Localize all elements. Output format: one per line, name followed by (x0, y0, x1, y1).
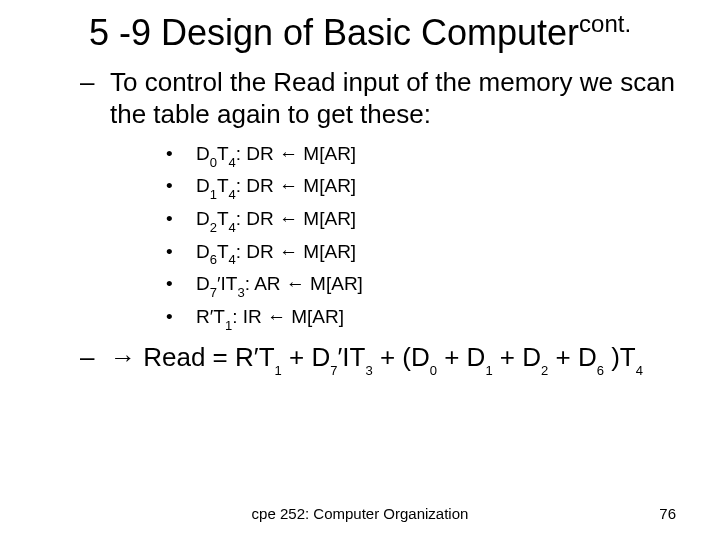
bullet-expr: D2T4: DR ← M[AR] (196, 204, 680, 237)
left-arrow-icon: ← (279, 241, 298, 262)
bullet-expr: D6T4: DR ← M[AR] (196, 237, 680, 270)
left-arrow-icon: ← (267, 306, 286, 327)
bullet-dot: • (166, 171, 196, 204)
slide-title: 5 -9 Design of Basic Computercont. (40, 10, 680, 53)
bullet-expr: R′T1: IR ← M[AR] (196, 302, 680, 335)
list-item: • D0T4: DR ← M[AR] (166, 139, 680, 172)
bullet-list: • D0T4: DR ← M[AR] • D1T4: DR ← M[AR] • … (166, 139, 680, 335)
footer-course: cpe 252: Computer Organization (0, 505, 720, 522)
conclusion-line: – → Read = R′T1 + D7′IT3 + (D0 + D1 + D2… (80, 342, 680, 376)
left-arrow-icon: ← (279, 208, 298, 229)
bullet-dot: • (166, 139, 196, 172)
left-arrow-icon: ← (286, 273, 305, 294)
conclusion-text: → Read = R′T1 + D7′IT3 + (D0 + D1 + D2 +… (110, 342, 680, 376)
bullet-expr: D7′IT3: AR ← M[AR] (196, 269, 680, 302)
left-arrow-icon: ← (279, 143, 298, 164)
intro-line: – To control the Read input of the memor… (80, 67, 680, 130)
bullet-dot: • (166, 204, 196, 237)
list-item: • D2T4: DR ← M[AR] (166, 204, 680, 237)
bullet-dot: • (166, 302, 196, 335)
list-item: • D7′IT3: AR ← M[AR] (166, 269, 680, 302)
list-item: • D1T4: DR ← M[AR] (166, 171, 680, 204)
bullet-dot: • (166, 237, 196, 270)
bullet-expr: D1T4: DR ← M[AR] (196, 171, 680, 204)
bullet-dot: • (166, 269, 196, 302)
footer: cpe 252: Computer Organization 76 (0, 505, 720, 522)
page-number: 76 (659, 505, 676, 522)
right-arrow-icon: → (110, 342, 136, 372)
body: – To control the Read input of the memor… (80, 67, 680, 376)
list-item: • R′T1: IR ← M[AR] (166, 302, 680, 335)
slide: 5 -9 Design of Basic Computercont. – To … (0, 0, 720, 540)
list-item: • D6T4: DR ← M[AR] (166, 237, 680, 270)
intro-text: To control the Read input of the memory … (110, 67, 680, 130)
bullet-expr: D0T4: DR ← M[AR] (196, 139, 680, 172)
left-arrow-icon: ← (279, 175, 298, 196)
dash-mark: – (80, 342, 110, 376)
dash-mark: – (80, 67, 110, 130)
title-main: 5 -9 Design of Basic Computer (89, 12, 579, 53)
title-superscript: cont. (579, 10, 631, 37)
